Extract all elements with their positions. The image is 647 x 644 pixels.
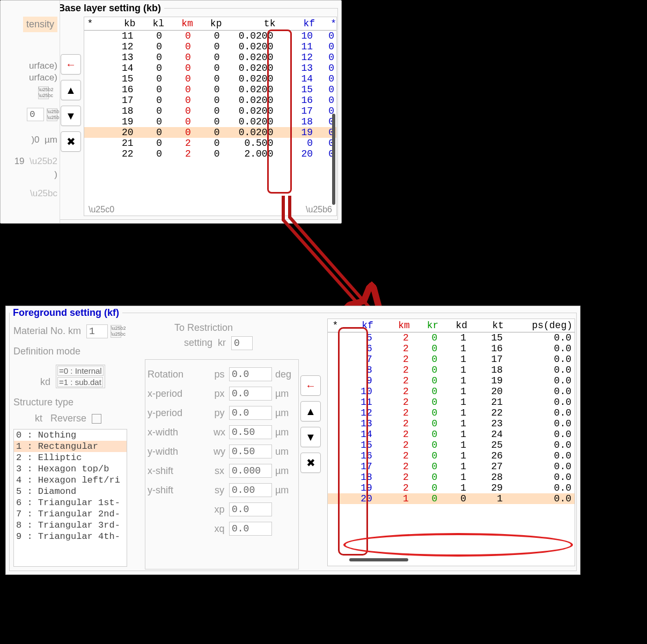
kd-row: kd =0 : Internal =1 : sub.dat xyxy=(40,365,105,388)
param-input[interactable]: 0.0 xyxy=(229,406,272,420)
horizontal-scrollbar[interactable]: \u25c0 \u25b6 xyxy=(89,206,332,213)
param-unit: deg xyxy=(272,369,297,380)
param-input[interactable]: 0.0 xyxy=(229,502,272,516)
param-input[interactable]: 0.50 xyxy=(229,425,272,439)
fg-horizontal-scrollbar[interactable] xyxy=(349,558,408,561)
restriction-label: To Restriction xyxy=(174,322,233,334)
param-input[interactable]: 0.0 xyxy=(229,522,272,536)
kd-opt-1[interactable]: =1 : sub.dat xyxy=(57,377,103,387)
kd-opt-0[interactable]: =0 : Internal xyxy=(57,366,104,376)
down-button[interactable]: ▼ xyxy=(61,106,81,126)
param-name: Rotation xyxy=(148,369,210,380)
list-item[interactable]: 9 : Triangular 4th- xyxy=(14,531,127,542)
base-layer-table[interactable]: * kb kl km kp tk kf * 110000.02001001200… xyxy=(84,17,336,159)
material-label: Material No. km xyxy=(13,325,81,336)
table-row[interactable]: 19201290.0 xyxy=(328,483,575,493)
vertical-scrollbar[interactable] xyxy=(332,114,335,205)
list-item[interactable]: 4 : Hexagon left/ri xyxy=(14,475,127,486)
param-input[interactable]: 0.0 xyxy=(229,367,272,381)
param-sym: wy xyxy=(210,446,229,457)
table-row[interactable]: 10201200.0 xyxy=(328,386,575,397)
table-row[interactable]: 190000.0200180 xyxy=(84,116,336,127)
table-row[interactable]: 12201220.0 xyxy=(328,408,575,418)
material-input[interactable]: 1 xyxy=(86,324,108,338)
param-input[interactable]: 0.00 xyxy=(229,483,272,497)
kr-input[interactable]: 0 xyxy=(231,336,253,350)
table-row[interactable]: 110000.0200100 xyxy=(84,31,336,42)
bottom-nav-column: ← ▲ ▼ ✖ xyxy=(300,375,322,478)
table-row[interactable]: 15201250.0 xyxy=(328,440,575,450)
base-layer-title: Base layer setting (kb) xyxy=(55,3,164,14)
param-unit: µm xyxy=(272,427,297,438)
back-button[interactable]: ← xyxy=(61,54,81,75)
list-item[interactable]: 6 : Triangular 1st- xyxy=(14,497,127,508)
fg-col-ps: ps(deg) xyxy=(506,319,575,332)
table-row[interactable]: 18201280.0 xyxy=(328,472,575,483)
param-row: Rotationps0.0deg xyxy=(148,367,297,381)
down-button-bottom[interactable]: ▼ xyxy=(300,427,321,447)
param-sym: sy xyxy=(210,485,229,496)
foreground-table-wrap[interactable]: * kf km kr kd kt ps(deg) 5201150.0620116… xyxy=(327,319,575,566)
param-input[interactable]: 0.000 xyxy=(229,464,272,478)
table-row[interactable]: 17201270.0 xyxy=(328,461,575,472)
param-sym: xq xyxy=(210,523,229,535)
table-row[interactable]: 7201170.0 xyxy=(328,354,575,365)
table-row[interactable]: 11201210.0 xyxy=(328,397,575,408)
spin-value[interactable]: 0 xyxy=(27,108,44,121)
param-sym: wx xyxy=(210,427,229,438)
table-row[interactable]: 120000.0200110 xyxy=(84,41,336,52)
restriction-row: setting kr 0 xyxy=(184,336,253,350)
kd-options[interactable]: =0 : Internal =1 : sub.dat xyxy=(56,365,105,388)
table-row[interactable]: 8201180.0 xyxy=(328,365,575,375)
param-input[interactable]: 0.50 xyxy=(229,445,272,458)
table-row[interactable]: 150000.0200140 xyxy=(84,73,336,84)
param-row: xq0.0 xyxy=(148,522,297,536)
spinner-1[interactable]: \u25b2\u25bc xyxy=(38,86,49,99)
list-item[interactable]: 3 : Hexagon top/b xyxy=(14,463,127,475)
list-item[interactable]: 5 : Diamond xyxy=(14,486,127,497)
table-row[interactable]: 140000.0200130 xyxy=(84,63,336,73)
table-row[interactable]: 6201160.0 xyxy=(328,343,575,354)
table-row[interactable]: 160000.0200150 xyxy=(84,84,336,95)
list-item[interactable]: 1 : Rectangular xyxy=(14,441,127,452)
base-layer-table-wrap[interactable]: * kb kl km kp tk kf * 110000.02001001200… xyxy=(84,17,337,216)
table-row[interactable]: 13201230.0 xyxy=(328,418,575,429)
close-button[interactable]: ✖ xyxy=(61,131,81,152)
back-button-bottom[interactable]: ← xyxy=(300,375,321,396)
kt-sym: kt xyxy=(35,413,42,424)
scroll-left-icon[interactable]: \u25c0 xyxy=(89,205,114,214)
param-row: y-widthwy0.50um xyxy=(148,445,297,458)
list-item[interactable]: 2 : Elliptic xyxy=(14,452,127,463)
scroll-right-icon[interactable]: \u25b6 xyxy=(306,205,332,214)
param-row: x-widthwx0.50µm xyxy=(148,425,297,439)
up-button[interactable]: ▲ xyxy=(61,80,81,100)
table-row[interactable]: 170000.0200160 xyxy=(84,95,336,106)
table-row[interactable]: 14201240.0 xyxy=(328,429,575,440)
fg-col-kd: kd xyxy=(440,319,469,332)
param-input[interactable]: 0.0 xyxy=(229,387,272,401)
structure-type-list[interactable]: 0 : Nothing1 : Rectangular2 : Elliptic3 … xyxy=(13,429,127,567)
table-row[interactable]: 220202.000200 xyxy=(84,149,336,159)
table-row[interactable]: 130000.0200120 xyxy=(84,52,336,63)
intensity-label-partial: tensity xyxy=(23,17,57,32)
table-row[interactable]: 210200.50000 xyxy=(84,138,336,149)
spinner-2[interactable]: \u25b2\u25bc xyxy=(47,108,57,121)
table-row[interactable]: 16201260.0 xyxy=(328,450,575,461)
top-nav-column: ← ▲ ▼ ✖ xyxy=(61,54,82,157)
list-item[interactable]: 0 : Nothing xyxy=(14,430,127,441)
param-sym: xp xyxy=(210,504,229,515)
list-item[interactable]: 8 : Triangular 3rd- xyxy=(14,520,127,531)
up-button-bottom[interactable]: ▲ xyxy=(300,401,321,421)
col-kp: kp xyxy=(193,17,222,31)
table-row[interactable]: 9201190.0 xyxy=(328,375,575,386)
material-spinner[interactable]: \u25b2\u25bc xyxy=(111,325,121,338)
table-row[interactable]: 2010010.0 xyxy=(328,493,575,504)
table-row[interactable]: 180000.0200170 xyxy=(84,106,336,116)
foreground-table[interactable]: * kf km kr kd kt ps(deg) 5201150.0620116… xyxy=(328,319,575,504)
list-item[interactable]: 7 : Triangular 2nd- xyxy=(14,508,127,520)
table-row[interactable]: 5201150.0 xyxy=(328,332,575,344)
kr-sym: kr xyxy=(218,337,226,348)
reverse-checkbox[interactable] xyxy=(92,414,101,424)
close-button-bottom[interactable]: ✖ xyxy=(300,453,321,473)
table-row[interactable]: 200000.0200190 xyxy=(84,127,336,138)
